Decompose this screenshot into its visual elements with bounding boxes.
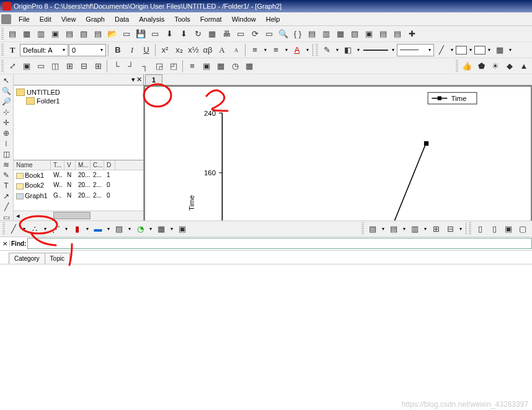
dropdown-arrow-icon[interactable]: ▾ [21,226,27,232]
recalculate-icon[interactable]: ↻ [191,27,205,41]
date-time-icon[interactable]: ◷ [228,59,242,73]
new-layout-icon[interactable]: ▧ [77,27,91,41]
underline-icon[interactable]: U [140,43,153,57]
font-increase-icon[interactable]: A [215,43,229,57]
grip[interactable] [316,44,318,56]
col-modified[interactable]: M... [76,160,91,170]
group-icon[interactable]: ▣ [502,222,515,235]
grip[interactable] [469,222,471,235]
grip[interactable] [456,60,458,72]
greek-icon[interactable]: αβ [201,43,215,57]
font-size-combo[interactable]: 0▾ [69,44,106,56]
dropdown-arrow-icon[interactable]: ▾ [468,47,474,53]
line-width-combo[interactable]: ▾ [397,44,434,56]
new-notes-icon[interactable]: ▤ [91,27,105,41]
enlarge-icon[interactable]: ▣ [20,59,33,73]
3d-plot-icon[interactable]: ▦ [154,222,168,235]
axis-top-icon[interactable]: ┐ [138,59,152,73]
font-color-icon[interactable]: A [290,43,304,57]
extract-graphs-icon[interactable]: ⊞ [63,59,76,73]
3d-icon[interactable]: ▲ [517,59,531,73]
bold-icon[interactable]: B [111,43,125,57]
code-icon[interactable]: { } [291,27,304,41]
legend-update-icon[interactable]: ▦ [214,59,228,73]
data-series[interactable] [261,141,429,220]
col-name[interactable]: Name [14,160,51,170]
menu-file[interactable]: File [14,14,35,25]
dropdown-arrow-icon[interactable]: ▾ [449,47,455,53]
dropdown-arrow-icon[interactable]: ▾ [148,226,154,232]
zoom-in-icon[interactable]: 🔍 [0,86,12,96]
save-template-icon[interactable]: ▭ [148,27,162,41]
layer-icon[interactable]: ▭ [34,59,48,73]
grip[interactable] [1,28,4,40]
fill-color-icon[interactable]: ◧ [341,43,355,57]
grip[interactable] [1,60,4,72]
layer-tab-1[interactable]: 1 [145,74,162,85]
grip[interactable] [1,44,4,56]
dropdown-arrow-icon[interactable]: ▾ [169,226,175,232]
dropdown-arrow-icon[interactable]: ▾ [262,47,268,53]
new-table-icon[interactable]: ▦ [242,59,256,73]
swap-mask-icon[interactable]: ⊟ [443,222,457,235]
refresh-icon[interactable]: ⟳ [248,27,262,41]
list-item[interactable]: Book1 W..N20...2...1 [14,170,143,180]
column-plot-icon[interactable]: ▮ [70,222,84,235]
dropdown-arrow-icon[interactable]: ▾ [126,226,133,232]
subscript-icon[interactable]: x₂ [172,43,186,57]
scatter-plot-icon[interactable]: ∴ [28,222,42,235]
find-input[interactable] [27,238,532,249]
hide-mask-icon[interactable]: ⊞ [429,222,443,235]
pointer-icon[interactable]: ↖ [0,76,12,85]
graph-manager-icon[interactable]: ▦ [334,27,347,41]
extract-layers-icon[interactable]: ◫ [48,59,62,73]
doc-icon[interactable] [1,14,11,24]
add-layer-icon[interactable]: ⊞ [91,59,105,73]
font-decrease-icon[interactable]: A [229,43,243,57]
tab-category[interactable]: Category [9,253,45,264]
back-icon[interactable]: ▯ [487,222,501,235]
col-type[interactable]: T... [51,160,64,170]
menu-view[interactable]: View [56,14,81,25]
rescale-icon[interactable]: ⤢ [6,59,19,73]
list-item[interactable]: Book2 W..N20...2...0 [14,180,143,190]
new-workbook-icon[interactable]: ▦ [20,27,33,41]
menu-data[interactable]: Data [110,14,134,25]
opengl-icon[interactable]: 👍 [460,59,474,73]
import-icon[interactable]: ⬇ [162,27,176,41]
col-created[interactable]: C... [91,160,104,170]
dropdown-arrow-icon[interactable]: ▾ [63,226,69,232]
fill-color-swatch[interactable] [474,46,485,55]
mask-tool-icon[interactable]: ▨ [366,222,379,235]
draw-data-icon[interactable]: ✎ [0,170,12,180]
region-icon[interactable]: ≋ [0,160,12,170]
area-plot-icon[interactable]: ▨ [112,222,126,235]
reader-icon[interactable]: ✛ [0,118,12,128]
new-graph-icon[interactable]: ▣ [48,27,62,41]
menu-edit[interactable]: Edit [35,14,56,25]
front-icon[interactable]: ▯ [473,222,487,235]
merge-icon[interactable]: ⊟ [77,59,91,73]
open-template-icon[interactable]: ▭ [120,27,133,41]
batch-icon[interactable]: ▦ [205,27,219,41]
axis-inset-icon[interactable]: ◲ [153,59,166,73]
text-tool-icon[interactable]: T [0,181,12,191]
align-top-icon[interactable]: ≡ [269,43,283,57]
line-color-icon[interactable]: ╱ [435,43,448,57]
bg-color-swatch[interactable] [456,46,467,55]
tree-root[interactable]: UNTITLED [16,88,141,97]
menu-analysis[interactable]: Analysis [134,14,169,25]
list-item[interactable]: Graph1 G..N20...2...0 [14,191,143,201]
zoom-icon[interactable]: 🔍 [277,27,290,41]
font-family-combo[interactable]: Default: A▾ [20,44,68,56]
mask-range-icon[interactable]: ▤ [387,222,401,235]
speed-icon[interactable]: ⬟ [474,59,488,73]
extract-icon[interactable]: ▤ [376,27,390,41]
dropdown-arrow-icon[interactable]: ▾ [334,47,340,53]
new-matrix-icon[interactable]: ▤ [63,27,76,41]
menu-window[interactable]: Window [227,14,261,25]
line-plot-icon[interactable]: ╱ [7,222,20,235]
pin-icon[interactable]: ▾ [131,76,135,84]
line-style-sample[interactable] [363,50,388,51]
dropdown-arrow-icon[interactable]: ▾ [283,47,290,53]
